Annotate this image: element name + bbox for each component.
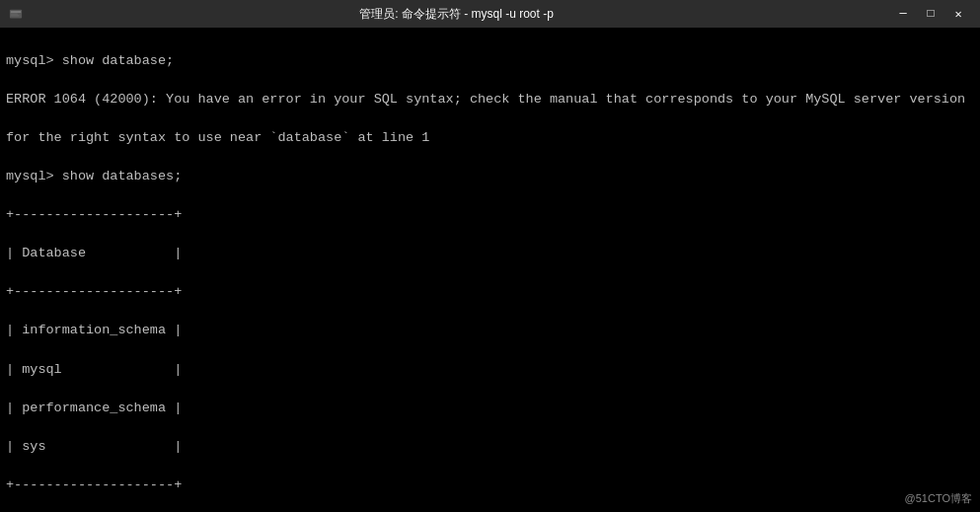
line-6: | Database | [6, 244, 974, 263]
svg-rect-3 [11, 15, 20, 16]
minimize-button[interactable]: — [889, 0, 917, 28]
line-8: | information_schema | [6, 321, 974, 340]
svg-rect-1 [11, 11, 22, 12]
window-controls: — □ ✕ [889, 0, 972, 28]
terminal-output[interactable]: mysql> show database; ERROR 1064 (42000)… [0, 28, 980, 512]
window-title: 管理员: 命令提示符 - mysql -u root -p [32, 6, 881, 23]
line-4: mysql> show databases; [6, 167, 974, 186]
line-5: +--------------------+ [6, 205, 974, 225]
titlebar: 管理员: 命令提示符 - mysql -u root -p — □ ✕ [0, 0, 980, 28]
close-button[interactable]: ✕ [944, 0, 972, 28]
restore-button[interactable]: □ [917, 0, 944, 28]
window-icon [8, 6, 24, 22]
line-9: | mysql | [6, 360, 974, 380]
cmd-window: 管理员: 命令提示符 - mysql -u root -p — □ ✕ mysq… [0, 0, 980, 512]
svg-rect-2 [11, 14, 18, 15]
line-10: | performance_schema | [6, 399, 974, 418]
watermark-text: @51CTO博客 [905, 491, 972, 506]
line-1: mysql> show database; [6, 51, 974, 71]
line-12: +--------------------+ [6, 475, 974, 495]
line-3: for the right syntax to use near `databa… [6, 128, 974, 148]
line-2: ERROR 1064 (42000): You have an error in… [6, 90, 974, 110]
line-11: | sys | [6, 437, 974, 457]
line-7: +--------------------+ [6, 282, 974, 302]
